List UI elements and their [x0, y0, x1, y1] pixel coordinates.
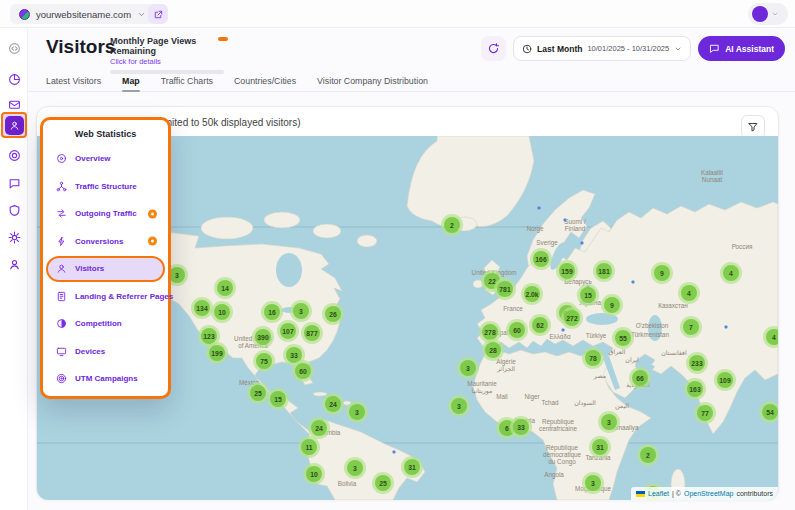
icon-sidebar: [0, 28, 28, 510]
visitor-cluster-390[interactable]: 390: [252, 326, 274, 348]
menu-item-outgoing-traffic[interactable]: Outgoing Traffic: [43, 200, 168, 228]
rail-item-toggle-sidebar[interactable]: [0, 37, 28, 59]
site-selector[interactable]: yourwebsitename.com: [10, 4, 155, 24]
visitor-cluster-3[interactable]: 3: [448, 395, 470, 417]
rail-item-target[interactable]: [0, 144, 28, 166]
visitor-cluster-159[interactable]: 159: [556, 260, 578, 282]
visitor-cluster-4[interactable]: 4: [720, 262, 742, 284]
user-menu[interactable]: [748, 3, 788, 25]
visitor-cluster-2[interactable]: 2: [441, 214, 463, 236]
date-range-selector[interactable]: Last Month 10/01/2025 - 10/31/2025: [513, 36, 691, 61]
visitor-cluster-7[interactable]: 7: [680, 316, 702, 338]
menu-item-overview[interactable]: Overview: [43, 145, 168, 173]
chat-icon: [709, 43, 720, 54]
visitor-cluster-4[interactable]: 4: [763, 326, 778, 348]
tab-visitor-company-distribution[interactable]: Visitor Company Distribution: [317, 70, 428, 92]
visitor-cluster-25[interactable]: 25: [372, 472, 394, 494]
visitor-cluster-60[interactable]: 60: [292, 360, 314, 382]
menu-item-landing-referrer-pages[interactable]: Landing & Referrer Pages: [43, 283, 168, 311]
tab-countries-cities[interactable]: Countries/Cities: [234, 70, 296, 92]
visitor-cluster-77[interactable]: 77: [694, 402, 716, 424]
visitor-cluster-15[interactable]: 15: [577, 284, 599, 306]
cluster-count: 109: [717, 372, 733, 388]
tab-latest-visitors[interactable]: Latest Visitors: [46, 70, 101, 92]
visitor-cluster-24[interactable]: 24: [322, 393, 344, 415]
ai-assistant-button[interactable]: AI Assistant: [698, 36, 785, 61]
visitor-cluster-3[interactable]: 3: [290, 300, 312, 322]
share-button[interactable]: [148, 4, 168, 24]
visitor-cluster-2.0k[interactable]: 2.0k: [521, 283, 543, 305]
date-range-value: 10/01/2025 - 10/31/2025: [587, 44, 669, 53]
visitor-cluster-181[interactable]: 181: [593, 260, 615, 282]
visitor-cluster-4[interactable]: 4: [678, 282, 700, 304]
visitor-cluster-78[interactable]: 78: [582, 347, 604, 369]
visitor-cluster-66[interactable]: 66: [629, 367, 651, 389]
cluster-count: 62: [532, 317, 548, 333]
menu-item-traffic-structure[interactable]: Traffic Structure: [43, 173, 168, 201]
visitor-cluster-26[interactable]: 26: [322, 303, 344, 325]
menu-item-devices[interactable]: Devices: [43, 338, 168, 366]
cluster-count: 66: [632, 370, 648, 386]
visitor-cluster-166[interactable]: 166: [530, 248, 552, 270]
rail-item-dashboard[interactable]: [0, 68, 28, 90]
visitor-cluster-10[interactable]: 10: [303, 463, 325, 485]
visitor-cluster-781[interactable]: 781: [494, 278, 516, 300]
menu-item-conversions[interactable]: Conversions: [43, 228, 168, 256]
menu-item-label: UTM Campaigns: [75, 374, 138, 383]
visitor-cluster-2[interactable]: 2: [637, 444, 659, 466]
visitor-cluster-3[interactable]: 3: [598, 411, 620, 433]
quota-details-link[interactable]: Click for details: [110, 57, 232, 66]
refresh-button[interactable]: [481, 36, 506, 61]
cluster-count: 16: [264, 304, 280, 320]
visitor-cluster-54[interactable]: 54: [759, 401, 778, 423]
visitor-cluster-11[interactable]: 11: [298, 436, 320, 458]
cluster-count: 4: [723, 265, 739, 281]
visitor-cluster-14[interactable]: 14: [214, 277, 236, 299]
rail-item-gear[interactable]: [0, 226, 28, 248]
visitor-cluster-109[interactable]: 109: [714, 369, 736, 391]
visitor-cluster-199[interactable]: 199: [206, 342, 228, 364]
visitor-cluster-272[interactable]: 272: [561, 307, 583, 329]
visitor-cluster-33[interactable]: 33: [510, 416, 532, 438]
visitor-cluster-15[interactable]: 15: [267, 388, 289, 410]
visitor-cluster-28[interactable]: 28: [482, 339, 504, 361]
map-limit-note: (limited to 50k displayed visitors): [156, 117, 301, 128]
visitor-cluster-107[interactable]: 107: [277, 320, 299, 342]
rail-item-shield[interactable]: [0, 199, 28, 221]
visitor-cluster-62[interactable]: 62: [529, 314, 551, 336]
visitor-cluster-25[interactable]: 25: [247, 382, 269, 404]
visitor-cluster-55[interactable]: 55: [612, 327, 634, 349]
quota-widget[interactable]: Monthly Page Views Remaining Click for d…: [110, 36, 232, 74]
visitor-cluster-3[interactable]: 3: [457, 357, 479, 379]
visitor-cluster-134[interactable]: 134: [191, 297, 213, 319]
cluster-count: 24: [311, 420, 327, 436]
visitor-cluster-10[interactable]: 10: [211, 301, 233, 323]
menu-item-competition[interactable]: Competition: [43, 310, 168, 338]
visitor-cluster-60[interactable]: 60: [506, 319, 528, 341]
visitor-cluster-3[interactable]: 3: [346, 401, 368, 423]
leaflet-link[interactable]: Leaflet: [648, 490, 669, 497]
visitor-cluster-9[interactable]: 9: [601, 294, 623, 316]
visitor-cluster-31[interactable]: 31: [401, 456, 423, 478]
visitor-cluster-163[interactable]: 163: [684, 378, 706, 400]
visitor-cluster-877[interactable]: 877: [301, 322, 323, 344]
visitor-cluster-9[interactable]: 9: [651, 262, 673, 284]
visitor-cluster-31[interactable]: 31: [589, 436, 611, 458]
visitor-cluster-16[interactable]: 16: [261, 301, 283, 323]
tab-traffic-charts[interactable]: Traffic Charts: [161, 70, 213, 92]
visitor-cluster-75[interactable]: 75: [253, 350, 275, 372]
visitors-icon: [56, 263, 67, 274]
visitor-cluster-3[interactable]: 3: [582, 472, 604, 494]
menu-item-visitors[interactable]: Visitors: [43, 255, 168, 283]
rail-item-chat[interactable]: [0, 172, 28, 194]
cluster-count: 28: [485, 342, 501, 358]
rail-item-user[interactable]: [0, 253, 28, 275]
visitor-cluster-3[interactable]: 3: [344, 457, 366, 479]
premium-lock-icon: [148, 209, 157, 218]
cluster-count: 3: [349, 404, 365, 420]
osm-link[interactable]: OpenStreetMap: [684, 490, 733, 497]
tab-map[interactable]: Map: [122, 70, 140, 92]
rail-item-web-statistics[interactable]: [5, 116, 24, 135]
menu-item-utm-campaigns[interactable]: UTM Campaigns: [43, 365, 168, 393]
visitor-cluster-233[interactable]: 233: [686, 352, 708, 374]
